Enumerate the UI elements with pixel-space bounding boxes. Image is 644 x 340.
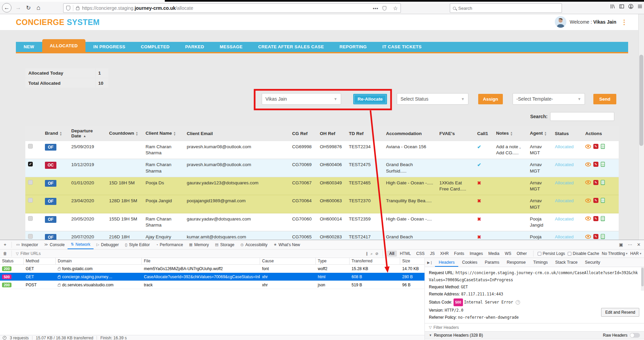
sort-icon[interactable]: ▲▼ [135, 131, 138, 136]
devtool-tab-style-editor[interactable]: {}Style Editor [122, 240, 153, 249]
library-icon[interactable] [610, 4, 615, 9]
bookmark-star-icon[interactable]: ☆ [393, 5, 398, 11]
devtools-close-icon[interactable]: ✕ [637, 242, 641, 247]
sort-icon[interactable]: ▲▼ [59, 131, 62, 136]
edit-icon[interactable]: ✎ [593, 144, 598, 149]
pause-icon[interactable]: ∥ [366, 252, 368, 256]
sort-icon[interactable]: ▲▼ [544, 131, 547, 136]
page-scrollbar[interactable] [638, 14, 644, 240]
row-checkbox[interactable] [28, 162, 33, 166]
browser-search-box[interactable] [450, 3, 562, 13]
details-tab-stack-trace[interactable]: Stack Trace [551, 258, 581, 267]
back-icon[interactable]: ← [2, 3, 11, 12]
avatar[interactable] [555, 16, 566, 28]
document-icon[interactable] [601, 216, 605, 221]
edit-icon[interactable]: ✎ [593, 162, 598, 167]
row-checkbox[interactable] [28, 180, 33, 185]
disable-cache-checkbox[interactable]: Disable Cache [568, 251, 599, 256]
block-icon[interactable]: ⊘ [375, 252, 378, 256]
view-eye-icon[interactable] [585, 216, 591, 220]
devtool-tab-console[interactable]: ≫Console [41, 240, 68, 249]
devtool-tab-network[interactable]: ⇅Network [68, 240, 93, 249]
devtool-tab-what-s-new[interactable]: ★What's New [271, 240, 303, 249]
browser-search-input[interactable] [458, 6, 546, 11]
view-eye-icon[interactable] [585, 145, 591, 149]
edit-icon[interactable]: ✎ [593, 198, 598, 203]
type-filter-ws[interactable]: WS [503, 251, 514, 257]
sort-icon[interactable]: ▲▼ [173, 131, 176, 136]
net-column-type[interactable]: Type [316, 258, 350, 264]
status-select[interactable]: Select Status▼ [397, 93, 468, 105]
devtool-tab-debugger[interactable]: ▷Debugger [94, 240, 122, 249]
agent-select[interactable]: Vikas Jain▼ [262, 93, 341, 105]
clear-requests-icon[interactable]: 🗑 [0, 251, 10, 256]
column-header-departure-date[interactable]: Departure Date▲ [69, 126, 106, 141]
column-header-brand[interactable]: Brand▲▼ [42, 126, 69, 141]
forward-icon[interactable]: → [14, 3, 23, 12]
document-icon[interactable] [601, 162, 605, 167]
column-header-notes[interactable]: Notes▲▼ [493, 126, 527, 141]
filter-headers-input[interactable] [433, 325, 501, 330]
view-eye-icon[interactable] [585, 235, 591, 239]
home-icon[interactable]: ⌂ [34, 3, 43, 12]
type-filter-other[interactable]: Other [514, 251, 529, 257]
assign-button[interactable]: Assign [478, 94, 503, 104]
column-header-countdown[interactable]: Countdown▲▼ [106, 126, 143, 141]
document-icon[interactable] [601, 180, 605, 185]
tab-in-progress[interactable]: IN PROGRESS [85, 42, 133, 52]
net-column-file[interactable]: File [142, 258, 260, 264]
devtool-tab-memory[interactable]: ▦Memory [186, 240, 212, 249]
type-filter-js[interactable]: JS [428, 251, 437, 257]
document-icon[interactable] [601, 234, 605, 239]
devtools-options-icon[interactable]: ⋯ [628, 242, 632, 247]
net-column-domain[interactable]: Domain [56, 258, 142, 264]
edit-icon[interactable]: ✎ [593, 180, 598, 185]
tab-parked[interactable]: PARKED [177, 42, 212, 52]
column-header-agent[interactable]: Agent▲▼ [527, 126, 552, 141]
edit-icon[interactable]: ✎ [593, 216, 598, 221]
pocket-icon[interactable] [383, 6, 386, 10]
details-scrollbar[interactable] [641, 267, 644, 291]
help-icon[interactable]: ? [516, 300, 520, 305]
edit-icon[interactable]: ✎ [593, 234, 598, 239]
network-request-row[interactable]: 200POSTdc.services.visualstudio.comtrack… [0, 281, 424, 289]
scrollbar-thumb[interactable] [641, 268, 644, 286]
details-tab-timings[interactable]: Timings [530, 258, 551, 267]
devtool-tab-performance[interactable]: ◔Performance [153, 240, 186, 249]
details-tab-params[interactable]: Params [481, 258, 503, 267]
devtool-tab-accessibility[interactable]: ◎Accessibility [237, 240, 271, 249]
raw-headers-toggle[interactable] [630, 333, 640, 338]
tab-allocated[interactable]: ALLOCATED [42, 39, 86, 52]
net-column-method[interactable]: Method [24, 258, 56, 264]
network-columns-header[interactable]: StatusMethodDomainFileCauseTypeTransferr… [0, 258, 424, 265]
scrollbar-thumb[interactable] [639, 55, 643, 146]
type-filter-xhr[interactable]: XHR [438, 251, 451, 257]
page-actions-icon[interactable]: ••• [373, 6, 379, 11]
column-header-client-name[interactable]: Client Name▲▼ [143, 126, 184, 141]
devtool-tab-inspector[interactable]: ▭Inspector [13, 240, 41, 249]
pick-element-icon[interactable]: ⌖ [0, 242, 10, 247]
sort-icon[interactable]: ▲▼ [510, 131, 513, 136]
devtool-tab-storage[interactable]: ▤Storage [212, 240, 237, 249]
persist-logs-checkbox[interactable]: Persist Logs [538, 251, 565, 256]
tab-message[interactable]: MESSAGE [212, 42, 251, 52]
network-request-row[interactable]: 500GETconcierge.staging.journey…CaseAllo… [0, 273, 424, 281]
sidebar-icon[interactable] [619, 4, 624, 9]
type-filter-fonts[interactable]: Fonts [452, 251, 467, 257]
document-icon[interactable] [601, 144, 605, 149]
performance-analysis-icon[interactable] [3, 336, 6, 340]
sort-asc-icon[interactable]: ▲ [83, 134, 86, 138]
details-tab-cookies[interactable]: Cookies [458, 258, 481, 267]
har-select[interactable]: HAR▾ [630, 251, 641, 256]
type-filter-images[interactable]: Images [467, 251, 485, 257]
type-filter-media[interactable]: Media [486, 251, 502, 257]
tab-it-case-tickets[interactable]: IT CASE TICKETS [375, 42, 430, 52]
refresh-icon[interactable]: ↻ [24, 3, 33, 12]
row-checkbox[interactable] [28, 198, 33, 203]
throttling-select[interactable]: No Throttling▾ [602, 251, 627, 256]
tab-reporting[interactable]: REPORTING [332, 42, 375, 52]
net-column-status[interactable]: Status [0, 258, 24, 264]
network-search-icon[interactable]: ⌕ [370, 252, 372, 256]
tab-new[interactable]: NEW [16, 42, 42, 52]
send-button[interactable]: Send [593, 94, 616, 104]
